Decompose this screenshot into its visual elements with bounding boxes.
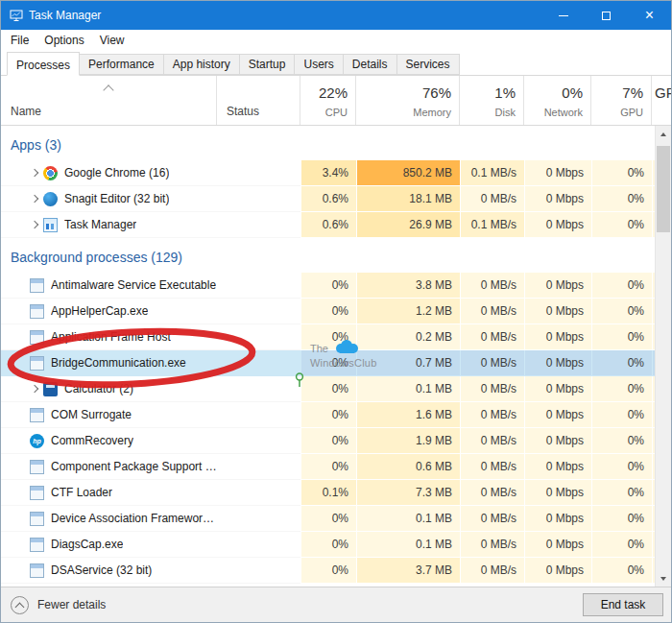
process-row[interactable]: Device Association Framework ...0%0.1 MB… [1,506,655,532]
task-manager-app-icon [10,9,23,22]
column-header-status[interactable]: Status [217,76,300,125]
process-row[interactable]: DiagsCap.exe0%0.1 MB0 MB/s0 Mbps0% [1,532,655,558]
menu-item-options[interactable]: Options [36,34,91,47]
generic-icon [30,356,44,371]
vertical-scrollbar[interactable] [655,126,671,587]
group-header-apps-3[interactable]: Apps (3) [1,126,655,160]
usage-cell: 0 Mbps [524,160,591,186]
usage-cell: 0% [300,402,356,428]
column-header-disk[interactable]: 1%Disk [460,76,524,125]
scroll-down-icon[interactable] [656,570,671,587]
process-row[interactable]: Google Chrome (16)3.4%850.2 MB0.1 MB/s0 … [1,160,655,186]
tab-processes[interactable]: Processes [7,52,80,76]
scrollbar-thumb[interactable] [657,146,670,232]
process-row[interactable]: CommRecovery0%1.9 MB0 MB/s0 Mbps0% [1,428,655,454]
close-button[interactable] [628,1,671,30]
name-column-label: Name [11,105,41,118]
generic-icon [30,460,44,474]
menu-item-file[interactable]: File [3,34,36,47]
process-name: CTF Loader [51,486,112,499]
column-header-gpu-engine[interactable]: GP [652,76,671,125]
process-row[interactable]: Snagit Editor (32 bit)0.6%18.1 MB0 MB/s0… [1,186,655,212]
generic-icon [30,330,44,345]
usage-cell: 0 Mbps [524,212,591,238]
usage-cell: 0% [591,532,652,558]
tab-performance[interactable]: Performance [79,54,164,75]
sort-ascending-icon [103,84,113,95]
process-row[interactable]: DSAService (32 bit)0%3.7 MB0 MB/s0 Mbps0… [1,558,655,584]
usage-cell: 0 MB/s [460,299,524,324]
usage-cell: 0.6% [300,186,356,212]
process-row[interactable]: Task Manager0.6%26.9 MB0.1 MB/s0 Mbps0% [1,212,655,238]
tab-app-history[interactable]: App history [163,54,240,75]
process-row[interactable]: CTF Loader0.1%7.3 MB0 MB/s0 Mbps0% [1,480,655,506]
usage-cell: 0 Mbps [524,186,591,212]
tab-details[interactable]: Details [343,54,397,75]
column-header-cpu[interactable]: 22%CPU [300,76,356,125]
usage-cell: 0.1 MB [356,506,460,532]
column-header-memory[interactable]: 76%Memory [356,76,460,125]
process-name-cell: CTF Loader [1,480,217,506]
usage-cell: 0 MB/s [460,532,524,558]
usage-cell: 0.1 MB [356,376,460,402]
status-column-label: Status [227,105,259,118]
footer: Fewer details End task [1,587,671,622]
usage-cell: 0% [591,160,652,186]
usage-cell: 0% [300,454,356,480]
usage-cell: 0% [300,273,356,299]
title-bar[interactable]: Task Manager [1,1,671,30]
minimize-button[interactable] [541,1,585,30]
group-header-background-processes-129[interactable]: Background processes (129) [1,238,655,273]
process-name-cell: Calculator (2) [1,376,217,402]
usage-cell: 0% [591,402,652,428]
usage-cell: 0% [591,273,652,299]
tab-users[interactable]: Users [294,54,343,75]
process-name: Calculator (2) [64,382,133,395]
usage-cell: 0 MB/s [460,186,524,212]
process-row[interactable]: Antimalware Service Executable0%3.8 MB0 … [1,273,655,299]
generic-icon [30,278,44,293]
generic-icon [30,304,44,319]
usage-cell: 0% [591,350,652,376]
tab-services[interactable]: Services [396,54,460,75]
process-name: DiagsCap.exe [51,538,123,551]
column-header-gpu[interactable]: 7%GPU [591,76,652,125]
maximize-button[interactable] [585,1,628,30]
usage-cell: 0 Mbps [524,402,591,428]
watermark: The WindowsClub [310,340,376,370]
generic-icon [30,486,44,500]
usage-percent: 76% [422,84,451,101]
menu-item-view[interactable]: View [92,34,132,47]
usage-cell: 0% [300,299,356,324]
process-name: Google Chrome (16) [64,166,169,180]
scroll-up-icon[interactable] [656,126,671,142]
usage-cell: 850.2 MB [356,160,460,186]
process-name-cell: Google Chrome (16) [1,160,217,186]
cloud-logo-icon [333,340,360,357]
usage-cell: 0 MB/s [460,480,524,506]
usage-cell: 0% [591,324,652,350]
column-header-name[interactable]: Name [1,76,217,125]
usage-cell: 0.1% [300,480,356,506]
status-cell [217,350,300,376]
tab-startup[interactable]: Startup [239,54,296,75]
usage-cell: 0.6% [300,212,356,238]
end-task-button[interactable]: End task [583,593,663,616]
chrome-icon [43,166,58,180]
process-row[interactable]: Calculator (2)0%0.1 MB0 MB/s0 Mbps0% [1,376,655,402]
status-cell [217,402,300,428]
process-row[interactable]: COM Surrogate0%1.6 MB0 MB/s0 Mbps0% [1,402,655,428]
usage-percent: 7% [622,84,643,101]
process-name-cell: DiagsCap.exe [1,532,217,558]
process-name: CommRecovery [51,434,133,447]
usage-percent: GP [655,84,671,101]
process-row[interactable]: Component Package Support S...0%0.6 MB0 … [1,454,655,480]
column-header-network[interactable]: 0%Network [524,76,591,125]
collapse-chevron-icon [11,596,29,614]
status-cell [217,454,300,480]
watermark-text-windowsclub: WindowsClub [310,357,376,370]
usage-cell: 0 Mbps [524,324,591,350]
process-row[interactable]: AppHelperCap.exe0%1.2 MB0 MB/s0 Mbps0% [1,299,655,324]
usage-cell: 0 Mbps [524,506,591,532]
fewer-details-toggle[interactable]: Fewer details [9,596,106,614]
